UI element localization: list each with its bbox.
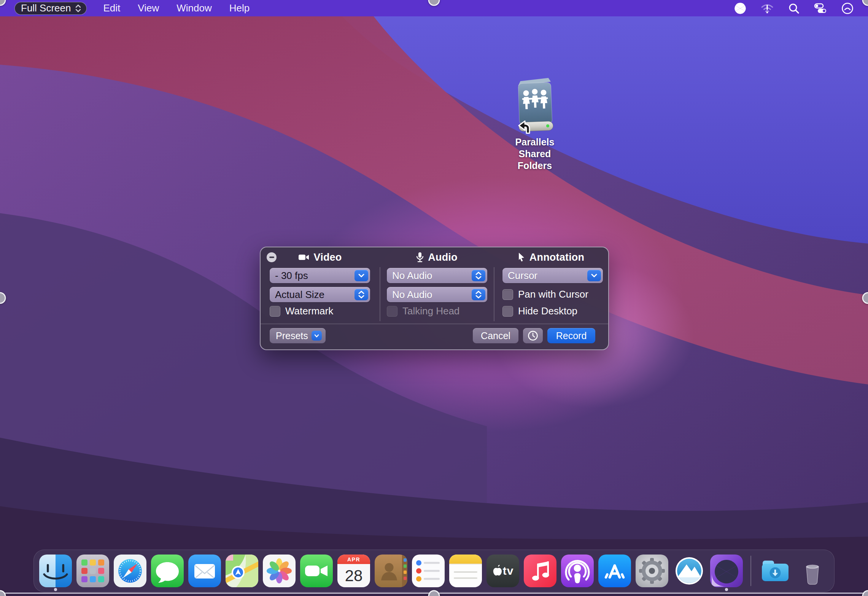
menu-bar-status-icons xyxy=(734,2,868,14)
photos-icon xyxy=(263,555,296,587)
running-indicator xyxy=(725,588,728,591)
size-select[interactable]: Actual Size xyxy=(270,287,370,302)
dock-app-facetime[interactable] xyxy=(300,555,333,587)
dock-app-system-preferences[interactable] xyxy=(636,555,668,587)
chevron-down-icon xyxy=(355,270,368,281)
pan-with-cursor-checkbox[interactable]: Pan with Cursor xyxy=(502,288,588,300)
screenflow-icon xyxy=(710,555,743,587)
wifi-alert-icon[interactable] xyxy=(761,3,774,14)
checkbox-box xyxy=(387,306,397,317)
cursor-arrow-icon xyxy=(517,252,526,262)
checkbox-box xyxy=(502,306,513,317)
video-camera-icon xyxy=(298,253,310,261)
recording-target-popup[interactable]: Full Screen xyxy=(14,2,87,15)
dock-app-screenflow[interactable] xyxy=(710,555,743,587)
trash-icon xyxy=(796,555,829,587)
dock-app-apple-tv[interactable]: tv xyxy=(486,555,519,587)
updown-chevron-icon xyxy=(75,4,81,13)
dock-app-messages[interactable] xyxy=(151,555,184,587)
contacts-icon xyxy=(375,555,407,587)
clock-icon xyxy=(528,330,538,341)
facetime-icon xyxy=(300,555,333,587)
safari-icon xyxy=(114,555,146,587)
parallels-shared-folders-alias[interactable]: Parallels Shared Folders xyxy=(499,77,571,172)
desktop-screen: Full Screen Edit View Window Help xyxy=(0,0,868,596)
audio-input-1-select[interactable]: No Audio xyxy=(387,268,487,283)
chevron-down-icon xyxy=(312,331,322,341)
dock-app-mail[interactable] xyxy=(188,555,221,587)
dock-app-podcasts[interactable] xyxy=(561,555,594,587)
dock-app-notes[interactable] xyxy=(449,555,482,587)
menu-view[interactable]: View xyxy=(138,2,159,14)
updown-chevron-icon xyxy=(355,289,368,300)
annotation-mode-select[interactable]: Cursor xyxy=(502,268,603,283)
checkbox-box xyxy=(502,289,513,300)
dock-app-app-store[interactable] xyxy=(598,555,631,587)
notes-icon xyxy=(449,555,482,587)
menu-help[interactable]: Help xyxy=(229,2,250,14)
audio-section-header: Audio xyxy=(380,251,494,264)
dock: APR 28 xyxy=(33,550,835,592)
dock-app-parallels-desktop[interactable] xyxy=(673,555,706,587)
maps-icon xyxy=(226,555,258,587)
shared-drive-icon xyxy=(512,77,558,134)
annotation-section-header: Annotation xyxy=(494,251,608,264)
updown-chevron-icon xyxy=(472,289,485,300)
apple-logo-icon xyxy=(492,565,502,577)
calendar-month: APR xyxy=(337,555,370,564)
divider xyxy=(380,267,380,321)
hide-desktop-checkbox[interactable]: Hide Desktop xyxy=(502,305,577,317)
dock-app-contacts[interactable] xyxy=(375,555,407,587)
calendar-icon: APR 28 xyxy=(337,555,370,587)
video-section-header: Video xyxy=(261,251,380,264)
dock-divider xyxy=(750,556,751,586)
watermark-checkbox[interactable]: Watermark xyxy=(270,305,333,317)
record-button[interactable]: Record xyxy=(547,328,595,343)
finder-icon xyxy=(39,555,72,587)
divider xyxy=(261,323,608,324)
recording-config-dialog: Video Audio Annotation - 30 fps xyxy=(260,247,609,350)
dock-app-finder[interactable] xyxy=(39,555,72,587)
dock-item-downloads-folder[interactable] xyxy=(759,555,792,587)
dock-app-launchpad[interactable] xyxy=(76,555,109,587)
presets-button[interactable]: Presets xyxy=(270,328,326,343)
chevron-down-icon xyxy=(587,270,601,281)
recording-target-label: Full Screen xyxy=(21,2,71,14)
dock-app-photos[interactable] xyxy=(263,555,296,587)
timer-button[interactable] xyxy=(523,328,543,343)
tv-label: tv xyxy=(503,564,514,577)
dock-app-safari[interactable] xyxy=(114,555,146,587)
control-center-icon[interactable] xyxy=(814,3,827,14)
running-indicator xyxy=(54,588,57,591)
search-icon[interactable] xyxy=(788,3,800,14)
dock-app-calendar[interactable]: APR 28 xyxy=(337,555,370,587)
system-preferences-icon xyxy=(636,555,668,587)
menu-window[interactable]: Window xyxy=(176,2,211,14)
menu-edit[interactable]: Edit xyxy=(103,2,121,14)
dock-item-trash[interactable] xyxy=(796,555,829,587)
podcasts-icon xyxy=(561,555,594,587)
app-store-icon xyxy=(598,555,631,587)
downloads-folder-icon xyxy=(759,555,792,587)
circle-caret-icon[interactable] xyxy=(841,2,854,14)
alias-label: Parallels Shared Folders xyxy=(499,136,571,172)
calendar-day: 28 xyxy=(337,564,370,587)
updown-chevron-icon xyxy=(472,270,485,281)
checkbox-box xyxy=(270,306,280,317)
cancel-button[interactable]: Cancel xyxy=(473,328,518,343)
messages-icon xyxy=(151,555,184,587)
reminders-icon xyxy=(412,555,445,587)
microphone-icon xyxy=(416,252,424,263)
divider xyxy=(494,267,494,321)
audio-input-2-select[interactable]: No Audio xyxy=(387,287,487,302)
app-menus: Edit View Window Help xyxy=(103,2,250,14)
launchpad-icon xyxy=(76,555,109,587)
dock-app-maps[interactable] xyxy=(226,555,258,587)
talking-head-checkbox: Talking Head xyxy=(387,305,459,317)
fps-select[interactable]: - 30 fps xyxy=(270,268,370,283)
dock-app-music[interactable] xyxy=(524,555,556,587)
music-icon xyxy=(524,555,556,587)
mail-icon xyxy=(188,555,221,587)
dock-app-reminders[interactable] xyxy=(412,555,445,587)
aperture-icon[interactable] xyxy=(734,2,746,14)
